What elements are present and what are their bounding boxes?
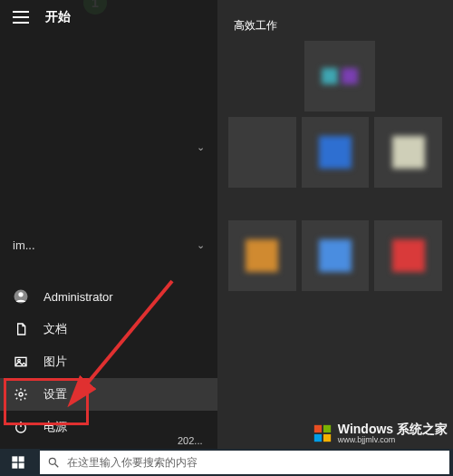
- user-account-button[interactable]: Administrator: [0, 280, 217, 313]
- search-icon: [47, 456, 60, 469]
- watermark: Windows 系统之家 www.bjjmlv.com: [313, 423, 448, 445]
- svg-rect-11: [19, 463, 24, 469]
- tile-icon: [319, 239, 352, 272]
- svg-rect-9: [19, 456, 24, 461]
- tile-icon: [392, 239, 425, 272]
- live-tile[interactable]: [374, 220, 442, 291]
- chevron-down-icon: ⌄: [197, 239, 205, 251]
- pictures-icon: [13, 354, 29, 370]
- svg-rect-10: [12, 463, 17, 469]
- chevron-down-icon: ⌄: [197, 141, 205, 153]
- tile-icon: [246, 239, 278, 272]
- live-tile[interactable]: [228, 117, 296, 188]
- svg-point-4: [19, 393, 23, 396]
- taskbar: 在这里输入你要搜索的内容: [0, 449, 453, 476]
- hamburger-icon[interactable]: [13, 11, 29, 24]
- settings-button[interactable]: 设置: [0, 378, 217, 411]
- documents-button[interactable]: 文档: [0, 313, 217, 345]
- menu-label: 图片: [43, 354, 67, 370]
- live-tile[interactable]: [304, 41, 375, 112]
- menu-label: 电源: [43, 419, 67, 435]
- watermark-title: Windows 系统之家: [338, 423, 448, 436]
- tile-icon: [342, 68, 358, 84]
- menu-label: 设置: [43, 386, 67, 403]
- app-list-item[interactable]: im... ⌄: [0, 223, 217, 267]
- power-icon: [13, 419, 29, 435]
- svg-point-1: [18, 292, 23, 296]
- app-item-label: im...: [13, 238, 35, 252]
- live-tile[interactable]: [302, 220, 370, 291]
- windows-icon: [11, 455, 25, 470]
- start-tiles-area: 高效工作: [217, 0, 453, 449]
- start-bottom-menu: Administrator 文档 图片 设置 电源: [0, 275, 217, 449]
- document-icon: [13, 321, 29, 337]
- search-placeholder: 在这里输入你要搜索的内容: [67, 455, 198, 471]
- user-icon: [13, 288, 29, 305]
- taskbar-search[interactable]: 在这里输入你要搜索的内容: [40, 451, 449, 474]
- menu-label: Administrator: [43, 290, 113, 304]
- app-list-footer-text: 202...: [178, 435, 203, 446]
- app-list-item[interactable]: ⌄: [0, 125, 217, 169]
- watermark-url: www.bjjmlv.com: [338, 436, 448, 445]
- svg-rect-15: [323, 425, 331, 432]
- start-button[interactable]: [0, 449, 36, 476]
- svg-point-12: [49, 458, 55, 464]
- live-tile[interactable]: [228, 220, 296, 291]
- app-list: ⌄ im... ⌄: [0, 34, 217, 275]
- start-menu: 开始 ⌄ im... ⌄ Administrator 文档: [0, 0, 217, 449]
- svg-line-13: [55, 464, 59, 468]
- start-title: 开始: [45, 9, 71, 25]
- windows-logo-icon: [313, 423, 333, 443]
- svg-rect-14: [314, 425, 322, 432]
- tile-icon: [392, 136, 425, 169]
- pictures-button[interactable]: 图片: [0, 345, 217, 378]
- live-tile[interactable]: [374, 117, 442, 188]
- tiles-section-title: 高效工作: [234, 18, 442, 34]
- start-header: 开始: [0, 0, 217, 34]
- svg-rect-2: [15, 357, 26, 365]
- svg-rect-17: [323, 434, 331, 442]
- tile-icon: [319, 136, 352, 169]
- menu-label: 文档: [43, 321, 67, 337]
- svg-rect-16: [314, 434, 322, 442]
- gear-icon: [13, 386, 29, 403]
- live-tile[interactable]: [302, 117, 370, 188]
- svg-rect-8: [12, 456, 17, 461]
- tile-icon: [322, 68, 338, 84]
